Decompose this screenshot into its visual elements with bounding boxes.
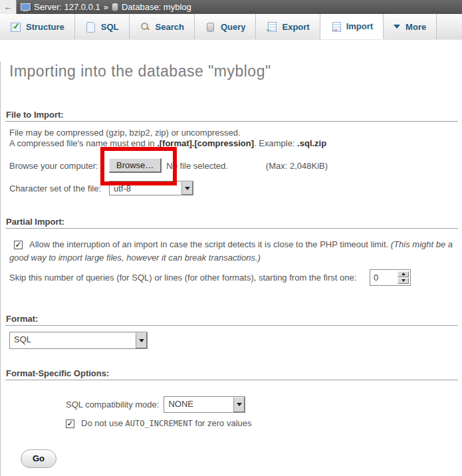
browse-label: Browse your computer: <box>9 161 109 171</box>
tab-label: Query <box>221 22 246 32</box>
allow-interruption-text: Allow the interruption of an import in c… <box>29 239 391 249</box>
tab-more[interactable]: More <box>384 14 437 39</box>
server-icon <box>21 3 31 11</box>
database-icon <box>112 3 118 11</box>
browse-row: Browse your computer: Browse… No file se… <box>1 158 462 174</box>
import-icon <box>330 21 341 32</box>
dropdown-arrow-icon <box>136 332 147 348</box>
tab-label: Import <box>346 21 373 31</box>
charset-label: Character set of the file: <box>9 183 109 193</box>
tab-search[interactable]: Search <box>130 14 195 39</box>
tab-label: More <box>405 22 426 32</box>
go-button[interactable]: Go <box>21 449 57 468</box>
search-icon <box>140 21 150 32</box>
export-icon <box>266 21 277 32</box>
spinner-buttons <box>398 271 409 284</box>
tab-label: Structure <box>26 22 64 32</box>
max-size-text: (Max: 2,048KiB) <box>266 161 328 171</box>
spinner-up-icon[interactable] <box>398 271 409 277</box>
back-button[interactable]: ← <box>0 0 17 14</box>
auto-increment-checkbox[interactable]: ✓ <box>66 419 74 428</box>
tab-sql[interactable]: SQL <box>75 14 130 39</box>
sql-compatibility-value: NONE <box>164 397 197 412</box>
section-format: Format: <box>5 314 458 326</box>
section-file-to-import: File to Import: <box>5 110 458 122</box>
breadcrumb: Server: 127.0.0.1 » Database: myblog <box>17 0 462 14</box>
import-page: Importing into the database "myblog" Fil… <box>0 62 462 476</box>
sql-compatibility-label: SQL compatibility mode: <box>66 400 159 410</box>
compression-note: File may be compressed (gzip, bzip2, zip… <box>9 128 453 149</box>
spinner-down-icon[interactable] <box>398 278 409 284</box>
sql-compatibility-row: SQL compatibility mode: NONE <box>1 396 462 413</box>
breadcrumb-separator: » <box>104 2 108 12</box>
compression-line2-mid: . Example: <box>254 138 297 148</box>
skip-queries-value: 0 <box>370 270 398 285</box>
breadcrumb-bar: ← Server: 127.0.0.1 » Database: myblog <box>0 0 462 14</box>
back-arrow-icon: ← <box>4 2 13 12</box>
chevron-down-icon <box>394 25 400 29</box>
query-icon <box>205 21 215 32</box>
charset-row: Character set of the file: utf-8 <box>1 180 462 196</box>
no-file-text: No file selected. <box>166 161 228 171</box>
page-title: Importing into the database "myblog" <box>9 62 462 80</box>
tab-export[interactable]: Export <box>256 14 320 39</box>
dropdown-arrow-icon <box>181 181 193 195</box>
section-format-options: Format-Specific Options: <box>5 368 458 380</box>
browse-button[interactable]: Browse… <box>109 158 162 173</box>
skip-queries-row: Skip this number of queries (for SQL) or… <box>1 269 462 286</box>
example-extension: .sql.zip <box>297 138 326 148</box>
tab-import[interactable]: Import <box>320 14 384 39</box>
auto-increment-row: ✓ Do not use AUTO_INCREMENT for zero val… <box>1 417 462 428</box>
format-select-row: SQL <box>1 332 462 349</box>
format-value: SQL <box>10 332 35 348</box>
section-partial-import: Partial Import: <box>5 217 458 229</box>
tab-label: SQL <box>101 22 119 32</box>
sql-compatibility-select[interactable]: NONE <box>164 396 245 413</box>
dropdown-arrow-icon <box>233 397 245 412</box>
compression-line2: A compressed file's name must end in <box>9 138 157 148</box>
tab-structure[interactable]: Structure <box>0 14 75 39</box>
sql-page-icon <box>85 21 96 32</box>
auto-increment-label: Do not use AUTO_INCREMENT for zero value… <box>81 418 252 428</box>
tab-bar: Structure SQL Search Query Export Import… <box>0 14 462 40</box>
tab-query[interactable]: Query <box>195 14 257 39</box>
format-select[interactable]: SQL <box>9 332 148 349</box>
tab-label: Search <box>156 22 184 32</box>
allow-interruption-row: ✓Allow the interruption of an import in … <box>9 238 453 265</box>
format-pattern: .[format].[compression] <box>157 138 254 148</box>
breadcrumb-server[interactable]: Server: 127.0.0.1 <box>34 2 100 12</box>
compression-line1: File may be compressed (gzip, bzip2, zip… <box>9 128 241 138</box>
skip-queries-input[interactable]: 0 <box>370 269 411 286</box>
charset-value: utf-8 <box>110 181 135 195</box>
allow-interruption-checkbox[interactable]: ✓ <box>14 241 23 249</box>
structure-icon <box>10 21 21 32</box>
breadcrumb-database[interactable]: Database: myblog <box>122 2 191 12</box>
tab-label: Export <box>282 22 309 32</box>
skip-queries-label: Skip this number of queries (for SQL) or… <box>9 273 356 283</box>
charset-select[interactable]: utf-8 <box>109 181 193 195</box>
auto-increment-code: AUTO_INCREMENT <box>126 419 193 428</box>
